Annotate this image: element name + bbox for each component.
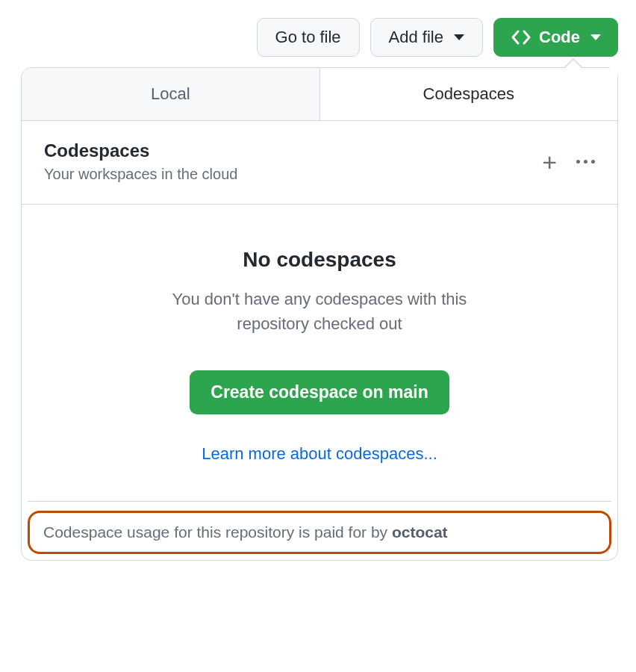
go-to-file-label: Go to file	[275, 28, 341, 47]
empty-heading: No codespaces	[44, 248, 595, 272]
chevron-down-icon	[454, 34, 464, 40]
tab-codespaces-label: Codespaces	[423, 84, 514, 103]
tab-codespaces[interactable]: Codespaces	[320, 68, 618, 120]
kebab-icon	[576, 160, 595, 164]
tab-local-label: Local	[151, 84, 190, 103]
usage-note: Codespace usage for this repository is p…	[28, 511, 611, 554]
empty-description: You don't have any codespaces with this …	[140, 287, 499, 336]
create-codespace-button[interactable]: Create codespace on main	[190, 370, 449, 414]
usage-payer: octocat	[392, 523, 448, 541]
code-popover: Local Codespaces Codespaces Your workspa…	[21, 67, 618, 561]
codespaces-empty-state: No codespaces You don't have any codespa…	[22, 205, 617, 501]
add-file-label: Add file	[389, 28, 443, 47]
panel-header-actions: +	[542, 149, 595, 175]
popover-tabs: Local Codespaces	[22, 68, 617, 121]
add-file-button[interactable]: Add file	[370, 18, 483, 57]
learn-more-link[interactable]: Learn more about codespaces...	[44, 444, 595, 464]
code-icon	[511, 29, 531, 46]
panel-title: Codespaces	[44, 140, 237, 161]
usage-prefix: Codespace usage for this repository is p…	[43, 523, 392, 541]
go-to-file-button[interactable]: Go to file	[257, 18, 360, 57]
create-codespace-label: Create codespace on main	[211, 382, 428, 402]
codespace-options-button[interactable]	[576, 160, 595, 164]
codespace-footer: Codespace usage for this repository is p…	[28, 501, 611, 554]
panel-subtitle: Your workspaces in the cloud	[44, 166, 237, 183]
panel-header-text: Codespaces Your workspaces in the cloud	[44, 140, 237, 183]
codespaces-panel-header: Codespaces Your workspaces in the cloud …	[22, 121, 617, 205]
chevron-down-icon	[590, 34, 601, 40]
plus-icon: +	[542, 149, 557, 175]
tab-local[interactable]: Local	[22, 68, 320, 121]
new-codespace-button[interactable]: +	[542, 149, 557, 175]
learn-more-label: Learn more about codespaces...	[202, 444, 437, 463]
repo-toolbar: Go to file Add file Code	[15, 18, 621, 57]
code-button[interactable]: Code	[493, 18, 618, 57]
code-label: Code	[539, 28, 580, 47]
